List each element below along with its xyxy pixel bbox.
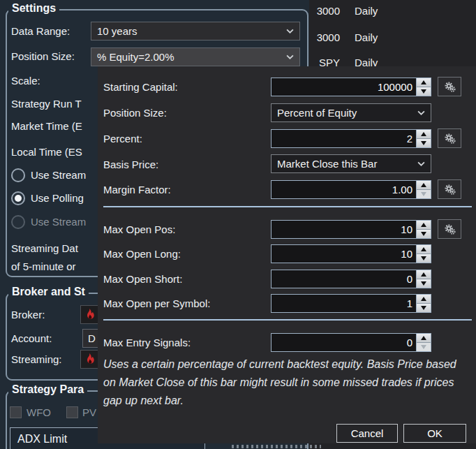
max-open-pos-input[interactable] bbox=[272, 221, 416, 238]
spin-down-button[interactable] bbox=[417, 303, 431, 312]
spin-up-button[interactable] bbox=[417, 130, 431, 138]
wfo-checkbox-label: WFO bbox=[27, 406, 51, 418]
max-open-short-input[interactable] bbox=[272, 270, 416, 288]
spin-down-button-disabled bbox=[417, 189, 431, 198]
max-open-per-symbol-label: Max Open per Symbol: bbox=[103, 297, 210, 309]
percent-gear-button[interactable] bbox=[438, 128, 461, 148]
spin-up-button[interactable] bbox=[417, 221, 431, 229]
use-streaming-radio-label: Use Stream bbox=[31, 169, 86, 181]
margin-factor-field bbox=[271, 180, 431, 199]
position-size-value: % Equity=2.00% bbox=[97, 51, 286, 63]
percent-spinner bbox=[416, 130, 431, 147]
max-entry-signals-field bbox=[271, 333, 431, 352]
starting-capital-field bbox=[271, 78, 431, 96]
account-label: Account: bbox=[11, 332, 52, 344]
market-time-label: Market Time (E bbox=[11, 120, 82, 132]
broker-group-title: Broker and St bbox=[8, 286, 89, 298]
max-open-long-label: Max Open Long: bbox=[103, 248, 181, 260]
max-open-pos-label: Max Open Pos: bbox=[103, 223, 175, 235]
max-entry-signals-label: Max Entry Signals: bbox=[103, 337, 191, 348]
max-open-short-spinner bbox=[416, 270, 431, 288]
spin-down-button[interactable] bbox=[417, 279, 431, 288]
max-open-short-field bbox=[271, 270, 431, 288]
position-size-select[interactable]: % Equity=2.00% bbox=[91, 47, 300, 66]
app-window: 3000 Daily 3000 Daily SPY Daily Settings… bbox=[0, 0, 476, 449]
chevron-down-icon bbox=[417, 161, 425, 166]
table-row[interactable]: 3000 Daily bbox=[309, 5, 476, 22]
spin-up-button[interactable] bbox=[417, 181, 431, 189]
streaming-provider-label: Streaming: bbox=[11, 353, 62, 365]
spin-down-button[interactable] bbox=[417, 253, 431, 263]
basis-price-value: Market Close this Bar bbox=[277, 158, 417, 170]
local-time-label: Local Time (ES bbox=[11, 146, 82, 158]
margin-factor-spinner bbox=[416, 181, 431, 198]
percent-field bbox=[271, 129, 431, 148]
data-range-value: 10 years bbox=[97, 25, 286, 37]
pv-checkbox[interactable] bbox=[66, 406, 78, 418]
spin-down-button[interactable] bbox=[417, 229, 431, 238]
streaming-note-line1: Streaming Dat bbox=[11, 242, 78, 254]
max-open-long-spinner bbox=[416, 245, 431, 263]
max-open-per-symbol-input[interactable] bbox=[272, 295, 416, 312]
section-divider bbox=[103, 206, 472, 207]
broker-provider-button[interactable] bbox=[80, 305, 98, 324]
use-streaming-disabled-radio bbox=[11, 215, 25, 229]
spin-down-button[interactable] bbox=[417, 87, 431, 96]
spin-up-button[interactable] bbox=[417, 295, 431, 303]
starting-capital-spinner bbox=[416, 78, 431, 96]
gears-icon bbox=[444, 223, 456, 235]
margin-factor-gear-button[interactable] bbox=[438, 179, 461, 199]
dialog-position-size-label: Position Size: bbox=[103, 107, 167, 119]
data-range-select[interactable]: 10 years bbox=[91, 22, 300, 41]
cancel-button[interactable]: Cancel bbox=[336, 424, 398, 443]
max-open-pos-spinner bbox=[416, 221, 431, 238]
scale-cell: Daily bbox=[355, 5, 378, 17]
chevron-down-icon bbox=[417, 110, 425, 115]
max-open-per-symbol-field bbox=[271, 294, 431, 313]
dialog-position-size-value: Percent of Equity bbox=[277, 107, 417, 119]
position-size-label: Position Size: bbox=[11, 50, 75, 62]
basis-price-label: Basis Price: bbox=[103, 159, 158, 170]
chevron-down-icon bbox=[286, 54, 294, 59]
gears-icon bbox=[444, 133, 456, 145]
starting-capital-gear-button[interactable] bbox=[438, 77, 461, 96]
starting-capital-label: Starting Capital: bbox=[103, 81, 178, 93]
gears-icon bbox=[444, 184, 456, 196]
percent-input[interactable] bbox=[272, 130, 416, 147]
use-polling-radio-label: Use Polling bbox=[31, 192, 84, 204]
spin-down-button[interactable] bbox=[417, 138, 431, 147]
max-open-per-symbol-spinner bbox=[416, 295, 431, 312]
strategy-parameters-title: Strategy Para bbox=[8, 383, 87, 396]
position-size-description: Uses a certain percentage of current bac… bbox=[103, 355, 470, 410]
dialog-position-size-select[interactable]: Percent of Equity bbox=[271, 103, 431, 122]
flame-icon bbox=[83, 353, 96, 367]
max-open-pos-gear-button[interactable] bbox=[438, 219, 461, 239]
symbol-cell: 3000 bbox=[317, 5, 340, 17]
spin-up-button[interactable] bbox=[417, 245, 431, 253]
gears-icon bbox=[444, 81, 456, 93]
max-entry-signals-input[interactable] bbox=[272, 334, 416, 351]
margin-factor-input[interactable] bbox=[272, 181, 416, 198]
use-streaming-radio[interactable] bbox=[11, 168, 25, 182]
data-range-label: Data Range: bbox=[11, 25, 70, 37]
clipped-background-content bbox=[232, 445, 321, 448]
starting-capital-input[interactable] bbox=[272, 78, 416, 96]
basis-price-select[interactable]: Market Close this Bar bbox=[271, 154, 431, 173]
use-polling-radio[interactable] bbox=[11, 191, 25, 205]
spin-up-button[interactable] bbox=[417, 270, 431, 279]
spin-down-button-disabled bbox=[417, 342, 431, 351]
scale-cell: Daily bbox=[355, 31, 378, 43]
spin-up-button[interactable] bbox=[417, 334, 431, 342]
pv-checkbox-label: PV bbox=[82, 406, 96, 418]
ok-button[interactable]: OK bbox=[403, 424, 466, 443]
account-value: D bbox=[88, 332, 96, 344]
spin-up-button[interactable] bbox=[417, 78, 431, 87]
streaming-note-line2: of 5-minute or bbox=[11, 260, 76, 272]
table-row[interactable]: 3000 Daily bbox=[309, 31, 476, 48]
max-open-pos-field bbox=[271, 220, 431, 239]
max-open-long-field bbox=[271, 244, 431, 263]
wfo-checkbox[interactable] bbox=[10, 406, 22, 418]
max-open-long-input[interactable] bbox=[272, 245, 416, 263]
margin-factor-label: Margin Factor: bbox=[103, 184, 171, 196]
streaming-provider-button[interactable] bbox=[80, 350, 98, 369]
